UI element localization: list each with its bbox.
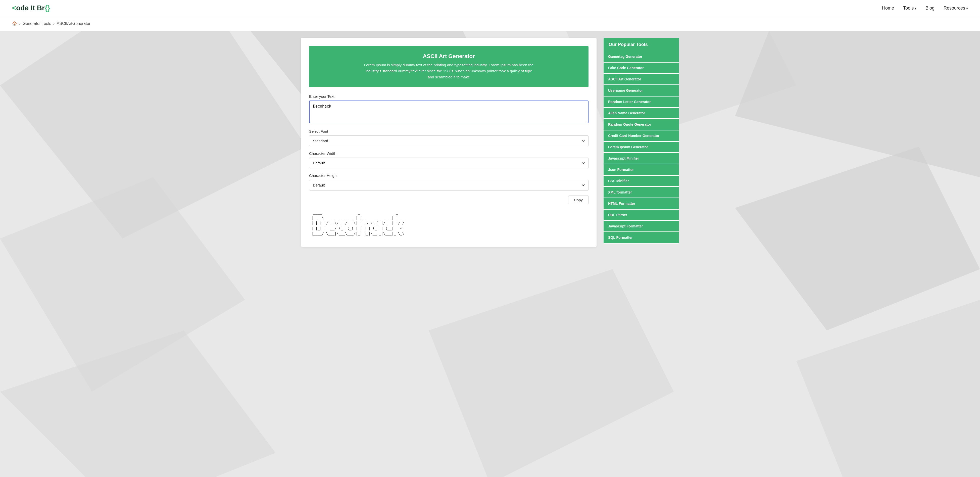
sidebar-link-8[interactable]: Lorem Ipsum Generator [604, 142, 679, 152]
char-height-select[interactable]: Default Smush Full [309, 180, 589, 191]
copy-button[interactable]: Copy [568, 196, 589, 204]
breadcrumb-sep-2: › [53, 21, 55, 26]
svg-marker-6 [735, 146, 980, 254]
logo-bracket-right: {} [45, 4, 50, 12]
select-font-group: Select Font Standard Big Block Bubble Di… [309, 129, 589, 146]
tool-title: ASCII Art Generator [318, 53, 579, 60]
main-nav: Home Tools Blog Resources [882, 6, 968, 11]
tool-header-box: ASCII Art Generator Lorem Ipsum is simpl… [309, 46, 589, 87]
sidebar-link-13[interactable]: HTML Formatter [604, 198, 679, 209]
svg-marker-1 [0, 0, 306, 238]
breadcrumb: 🏠 › Generator Tools › ASCIIArtGenerator [0, 16, 980, 31]
sidebar-link-1[interactable]: Fake Code Generator [604, 63, 679, 73]
char-height-label: Character Height [309, 173, 589, 178]
nav-resources[interactable]: Resources [943, 6, 968, 11]
sidebar-link-15[interactable]: Javascript Formatter [604, 221, 679, 232]
sidebar-link-5[interactable]: Alien Name Generator [604, 108, 679, 118]
header: < ode It Br {} Home Tools Blog Resources [0, 0, 980, 16]
logo-bracket-left: < [12, 4, 16, 12]
sidebar-link-10[interactable]: Json Formatter [604, 164, 679, 175]
char-width-group: Character Width Default Fitted Full [309, 151, 589, 169]
ascii-output: ____ _ _ | _ \ ___ ___ ___ | |__ __ _ __… [309, 207, 589, 239]
select-font-label: Select Font [309, 129, 589, 134]
sidebar-link-3[interactable]: Username Generator [604, 85, 679, 96]
char-width-label: Character Width [309, 151, 589, 156]
sidebar-link-11[interactable]: CSS Minifier [604, 176, 679, 186]
char-height-group: Character Height Default Smush Full [309, 173, 589, 191]
char-width-select[interactable]: Default Fitted Full [309, 157, 589, 169]
home-icon[interactable]: 🏠 [12, 21, 17, 26]
text-input[interactable] [309, 100, 589, 123]
breadcrumb-sep-1: › [19, 21, 21, 26]
content-area: ASCII Art Generator Lorem Ipsum is simpl… [301, 38, 597, 247]
logo-main-text: ode It Br [16, 4, 45, 12]
breadcrumb-generator-tools[interactable]: Generator Tools [22, 21, 51, 26]
tool-description: Lorem Ipsum is simply dummy text of the … [363, 62, 534, 80]
sidebar-link-16[interactable]: SQL Formatter [604, 232, 679, 243]
enter-text-label: Enter your Text [309, 94, 589, 99]
breadcrumb-current: ASCIIArtGenerator [57, 21, 91, 26]
sidebar-link-0[interactable]: Gamertag Generator [604, 51, 679, 62]
sidebar-link-4[interactable]: Random Letter Generator [604, 97, 679, 107]
sidebar: Our Popular Tools Gamertag GeneratorFake… [604, 38, 679, 247]
sidebar-link-14[interactable]: URL Parser [604, 210, 679, 220]
enter-text-group: Enter your Text [309, 94, 589, 124]
main-layout: ASCII Art Generator Lorem Ipsum is simpl… [289, 31, 691, 254]
sidebar-link-2[interactable]: ASCII Art Generator [604, 74, 679, 84]
sidebar-link-6[interactable]: Random Quote Generator [604, 119, 679, 130]
sidebar-link-7[interactable]: Credit Card Number Generator [604, 130, 679, 141]
svg-marker-5 [0, 177, 245, 254]
nav-tools[interactable]: Tools [903, 6, 916, 11]
sidebar-links: Gamertag GeneratorFake Code GeneratorASC… [604, 51, 679, 243]
nav-blog[interactable]: Blog [926, 6, 934, 11]
sidebar-title: Our Popular Tools [604, 38, 679, 51]
sidebar-link-12[interactable]: XML formatter [604, 187, 679, 197]
copy-btn-row: Copy [309, 196, 589, 204]
logo[interactable]: < ode It Br {} [12, 4, 50, 12]
font-select[interactable]: Standard Big Block Bubble Digital Ivrit … [309, 135, 589, 146]
sidebar-link-9[interactable]: Javascript Minifier [604, 153, 679, 164]
nav-home[interactable]: Home [882, 6, 894, 11]
